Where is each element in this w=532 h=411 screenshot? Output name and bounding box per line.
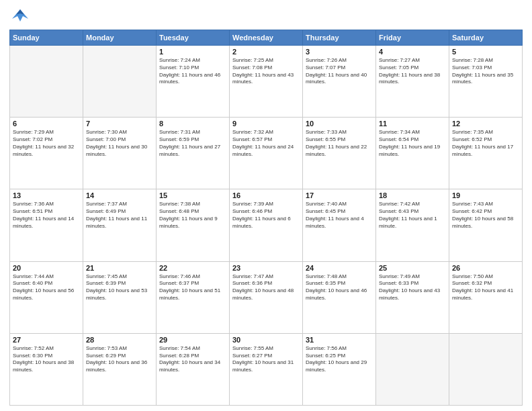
- cell-details: Sunrise: 7:31 AMSunset: 6:59 PMDaylight:…: [159, 129, 226, 158]
- calendar-week-2: 6Sunrise: 7:29 AMSunset: 7:02 PMDaylight…: [10, 118, 523, 189]
- calendar-cell: [83, 46, 157, 118]
- cell-details: Sunrise: 7:44 AMSunset: 6:40 PMDaylight:…: [13, 273, 80, 302]
- cell-details: Sunrise: 7:54 AMSunset: 6:28 PMDaylight:…: [159, 345, 226, 374]
- day-number: 14: [86, 191, 153, 199]
- day-number: 18: [379, 191, 446, 199]
- cell-details: Sunrise: 7:37 AMSunset: 6:49 PMDaylight:…: [86, 201, 153, 230]
- calendar-cell: 13Sunrise: 7:36 AMSunset: 6:51 PMDayligh…: [10, 189, 83, 261]
- day-number: 25: [379, 264, 446, 272]
- day-number: 1: [159, 48, 226, 56]
- day-number: 2: [232, 48, 300, 56]
- logo: [9, 7, 34, 26]
- calendar-cell: 16Sunrise: 7:39 AMSunset: 6:46 PMDayligh…: [230, 189, 303, 261]
- day-header-monday: Monday: [83, 30, 157, 46]
- calendar-cell: 7Sunrise: 7:30 AMSunset: 7:00 PMDaylight…: [83, 118, 157, 189]
- cell-details: Sunrise: 7:39 AMSunset: 6:46 PMDaylight:…: [232, 201, 300, 230]
- calendar-cell: 9Sunrise: 7:32 AMSunset: 6:57 PMDaylight…: [230, 118, 303, 189]
- cell-details: Sunrise: 7:24 AMSunset: 7:10 PMDaylight:…: [159, 57, 226, 86]
- calendar-cell: [449, 333, 523, 405]
- cell-details: Sunrise: 7:43 AMSunset: 6:42 PMDaylight:…: [452, 201, 519, 230]
- day-number: 9: [232, 120, 300, 128]
- calendar-week-3: 13Sunrise: 7:36 AMSunset: 6:51 PMDayligh…: [10, 189, 523, 261]
- calendar-cell: 29Sunrise: 7:54 AMSunset: 6:28 PMDayligh…: [157, 333, 230, 405]
- calendar-cell: 2Sunrise: 7:25 AMSunset: 7:08 PMDaylight…: [230, 46, 303, 118]
- cell-details: Sunrise: 7:38 AMSunset: 6:48 PMDaylight:…: [159, 201, 226, 230]
- cell-details: Sunrise: 7:50 AMSunset: 6:32 PMDaylight:…: [452, 273, 519, 302]
- cell-details: Sunrise: 7:42 AMSunset: 6:43 PMDaylight:…: [379, 201, 446, 230]
- calendar-cell: 22Sunrise: 7:46 AMSunset: 6:37 PMDayligh…: [157, 261, 230, 333]
- cell-details: Sunrise: 7:34 AMSunset: 6:54 PMDaylight:…: [379, 129, 446, 158]
- day-number: 7: [86, 120, 153, 128]
- calendar-header-row: SundayMondayTuesdayWednesdayThursdayFrid…: [10, 30, 523, 46]
- calendar-cell: 5Sunrise: 7:28 AMSunset: 7:03 PMDaylight…: [449, 46, 523, 118]
- day-number: 19: [452, 191, 519, 199]
- cell-details: Sunrise: 7:30 AMSunset: 7:00 PMDaylight:…: [86, 129, 153, 158]
- day-number: 15: [159, 191, 226, 199]
- cell-details: Sunrise: 7:49 AMSunset: 6:33 PMDaylight:…: [379, 273, 446, 302]
- calendar-cell: [10, 46, 83, 118]
- header: [9, 7, 523, 26]
- page: SundayMondayTuesdayWednesdayThursdayFrid…: [0, 0, 532, 411]
- day-number: 11: [379, 120, 446, 128]
- day-number: 10: [306, 120, 373, 128]
- calendar-cell: 23Sunrise: 7:47 AMSunset: 6:36 PMDayligh…: [230, 261, 303, 333]
- calendar-cell: 11Sunrise: 7:34 AMSunset: 6:54 PMDayligh…: [376, 118, 449, 189]
- cell-details: Sunrise: 7:29 AMSunset: 7:02 PMDaylight:…: [13, 129, 80, 158]
- cell-details: Sunrise: 7:33 AMSunset: 6:55 PMDaylight:…: [306, 129, 373, 158]
- cell-details: Sunrise: 7:45 AMSunset: 6:39 PMDaylight:…: [86, 273, 153, 302]
- calendar-table: SundayMondayTuesdayWednesdayThursdayFrid…: [9, 30, 523, 406]
- logo-bird-icon: [9, 7, 31, 26]
- cell-details: Sunrise: 7:40 AMSunset: 6:45 PMDaylight:…: [306, 201, 373, 230]
- calendar-cell: 4Sunrise: 7:27 AMSunset: 7:05 PMDaylight…: [376, 46, 449, 118]
- calendar-cell: 26Sunrise: 7:50 AMSunset: 6:32 PMDayligh…: [449, 261, 523, 333]
- calendar-cell: 17Sunrise: 7:40 AMSunset: 6:45 PMDayligh…: [303, 189, 376, 261]
- calendar-cell: 27Sunrise: 7:52 AMSunset: 6:30 PMDayligh…: [10, 333, 83, 405]
- day-number: 29: [159, 336, 226, 344]
- calendar-cell: 30Sunrise: 7:55 AMSunset: 6:27 PMDayligh…: [230, 333, 303, 405]
- calendar-cell: 18Sunrise: 7:42 AMSunset: 6:43 PMDayligh…: [376, 189, 449, 261]
- day-number: 8: [159, 120, 226, 128]
- cell-details: Sunrise: 7:26 AMSunset: 7:07 PMDaylight:…: [306, 57, 373, 86]
- cell-details: Sunrise: 7:25 AMSunset: 7:08 PMDaylight:…: [232, 57, 300, 86]
- day-number: 17: [306, 191, 373, 199]
- calendar-week-5: 27Sunrise: 7:52 AMSunset: 6:30 PMDayligh…: [10, 333, 523, 405]
- calendar-cell: 10Sunrise: 7:33 AMSunset: 6:55 PMDayligh…: [303, 118, 376, 189]
- calendar-cell: 8Sunrise: 7:31 AMSunset: 6:59 PMDaylight…: [157, 118, 230, 189]
- day-number: 26: [452, 264, 519, 272]
- day-number: 24: [306, 264, 373, 272]
- day-header-thursday: Thursday: [303, 30, 376, 46]
- cell-details: Sunrise: 7:28 AMSunset: 7:03 PMDaylight:…: [452, 57, 519, 86]
- day-number: 12: [452, 120, 519, 128]
- calendar-cell: 20Sunrise: 7:44 AMSunset: 6:40 PMDayligh…: [10, 261, 83, 333]
- day-header-tuesday: Tuesday: [157, 30, 230, 46]
- calendar-cell: 25Sunrise: 7:49 AMSunset: 6:33 PMDayligh…: [376, 261, 449, 333]
- day-number: 31: [306, 336, 373, 344]
- calendar-cell: 24Sunrise: 7:48 AMSunset: 6:35 PMDayligh…: [303, 261, 376, 333]
- day-number: 20: [13, 264, 80, 272]
- calendar-cell: 31Sunrise: 7:56 AMSunset: 6:25 PMDayligh…: [303, 333, 376, 405]
- day-header-friday: Friday: [376, 30, 449, 46]
- day-header-saturday: Saturday: [449, 30, 523, 46]
- calendar-cell: 28Sunrise: 7:53 AMSunset: 6:29 PMDayligh…: [83, 333, 157, 405]
- day-number: 3: [306, 48, 373, 56]
- day-number: 4: [379, 48, 446, 56]
- calendar-cell: 14Sunrise: 7:37 AMSunset: 6:49 PMDayligh…: [83, 189, 157, 261]
- cell-details: Sunrise: 7:32 AMSunset: 6:57 PMDaylight:…: [232, 129, 300, 158]
- calendar-cell: 12Sunrise: 7:35 AMSunset: 6:52 PMDayligh…: [449, 118, 523, 189]
- calendar-week-1: 1Sunrise: 7:24 AMSunset: 7:10 PMDaylight…: [10, 46, 523, 118]
- cell-details: Sunrise: 7:48 AMSunset: 6:35 PMDaylight:…: [306, 273, 373, 302]
- calendar-cell: 1Sunrise: 7:24 AMSunset: 7:10 PMDaylight…: [157, 46, 230, 118]
- cell-details: Sunrise: 7:46 AMSunset: 6:37 PMDaylight:…: [159, 273, 226, 302]
- day-header-wednesday: Wednesday: [230, 30, 303, 46]
- day-number: 28: [86, 336, 153, 344]
- cell-details: Sunrise: 7:52 AMSunset: 6:30 PMDaylight:…: [13, 345, 80, 374]
- calendar-week-4: 20Sunrise: 7:44 AMSunset: 6:40 PMDayligh…: [10, 261, 523, 333]
- cell-details: Sunrise: 7:55 AMSunset: 6:27 PMDaylight:…: [232, 345, 300, 374]
- cell-details: Sunrise: 7:27 AMSunset: 7:05 PMDaylight:…: [379, 57, 446, 86]
- day-number: 22: [159, 264, 226, 272]
- day-number: 16: [232, 191, 300, 199]
- calendar-cell: 6Sunrise: 7:29 AMSunset: 7:02 PMDaylight…: [10, 118, 83, 189]
- cell-details: Sunrise: 7:53 AMSunset: 6:29 PMDaylight:…: [86, 345, 153, 374]
- cell-details: Sunrise: 7:47 AMSunset: 6:36 PMDaylight:…: [232, 273, 300, 302]
- day-header-sunday: Sunday: [10, 30, 83, 46]
